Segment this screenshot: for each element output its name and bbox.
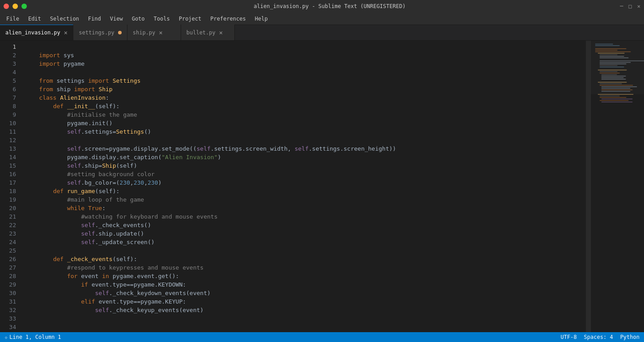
line-number-23: 23 — [0, 229, 16, 238]
code-line-25 — [25, 246, 586, 255]
code-line-15: self.ship=Ship(self) — [25, 161, 586, 170]
code-line-13: self.screen=pygame.display.set_mode((sel… — [25, 144, 586, 153]
menu-item-goto[interactable]: Goto — [127, 14, 149, 24]
main-content: 1234567891011121314151617181920212223242… — [0, 41, 644, 332]
code-line-12 — [25, 136, 586, 144]
code-line-27: #respond to keypresses and mouse events — [25, 263, 586, 272]
menu-item-help[interactable]: Help — [250, 14, 272, 24]
tab-alien[interactable]: alien_invasion.py× — [0, 25, 73, 40]
line-number-5: 5 — [0, 76, 16, 85]
code-line-29: if event.type==pygame.KEYDOWN: — [25, 280, 586, 289]
code-line-35: def _check_keydown_events(self,event): — [25, 331, 586, 332]
line-number-14: 14 — [0, 153, 16, 161]
tab-modified-indicator — [118, 31, 122, 34]
maximize-button[interactable]: □ — [629, 3, 632, 9]
line-number-18: 18 — [0, 187, 16, 195]
svg-rect-32 — [602, 99, 632, 100]
line-number-15: 15 — [0, 161, 16, 170]
menu-item-edit[interactable]: Edit — [24, 14, 46, 24]
minimap[interactable] — [590, 41, 644, 332]
code-line-19: #main loop of the game — [25, 195, 586, 204]
menu-item-find[interactable]: Find — [84, 14, 106, 24]
code-line-7: class AlienInvasion: — [25, 93, 586, 102]
line-number-35: 35 — [0, 331, 16, 332]
code-line-28: for event in pygame.event.get(): — [25, 272, 586, 280]
line-number-7: 7 — [0, 93, 16, 102]
svg-rect-19 — [602, 76, 626, 76]
editor[interactable]: 1234567891011121314151617181920212223242… — [0, 41, 590, 332]
line-number-3: 3 — [0, 59, 16, 68]
line-number-27: 27 — [0, 263, 16, 272]
tab-label: ship.py — [133, 30, 156, 36]
svg-rect-34 — [602, 101, 632, 102]
code-line-2: import sys — [25, 51, 586, 59]
code-line-18: def run_game(self): — [25, 187, 586, 195]
code-line-1 — [25, 42, 586, 51]
code-editor[interactable]: import sys import pygame from settings i… — [21, 41, 586, 332]
code-line-34 — [25, 323, 586, 331]
tab-close-button[interactable]: × — [219, 30, 223, 36]
line-number-12: 12 — [0, 136, 16, 144]
line-number-20: 20 — [0, 204, 16, 212]
line-number-31: 31 — [0, 297, 16, 306]
line-number-32: 32 — [0, 306, 16, 314]
svg-rect-27 — [602, 89, 632, 90]
tab-label: bullet.py — [186, 30, 216, 36]
code-line-23: self.ship.update() — [25, 229, 586, 238]
menu-item-file[interactable]: File — [2, 14, 24, 24]
git-icon: ⬦ — [4, 334, 8, 340]
line-number-10: 10 — [0, 119, 16, 127]
code-line-24: self._update_screen() — [25, 238, 586, 246]
tab-bullet[interactable]: bullet.py× — [181, 25, 235, 40]
code-line-33 — [25, 314, 586, 323]
svg-rect-4 — [595, 50, 618, 51]
svg-rect-25 — [602, 86, 637, 87]
minimize-button[interactable]: ─ — [620, 3, 623, 9]
menu-item-selection[interactable]: Selection — [46, 14, 84, 24]
close-button[interactable]: ✕ — [637, 3, 640, 9]
svg-rect-3 — [595, 48, 626, 49]
menu-item-tools[interactable]: Tools — [149, 14, 174, 24]
svg-rect-9 — [600, 58, 628, 59]
menu-item-project[interactable]: Project — [174, 14, 206, 24]
svg-rect-7 — [600, 55, 618, 55]
svg-rect-1 — [595, 44, 613, 45]
line-number-30: 30 — [0, 289, 16, 297]
menu-item-preferences[interactable]: Preferences — [206, 14, 250, 24]
tab-close-button[interactable]: × — [64, 30, 68, 36]
status-indentation[interactable]: Spaces: 4 — [584, 334, 613, 340]
code-line-22: self._check_events() — [25, 221, 586, 229]
line-number-26: 26 — [0, 255, 16, 263]
status-left: ⬦ Line 1, Column 1 — [4, 334, 61, 340]
svg-rect-18 — [602, 74, 617, 75]
line-number-2: 2 — [0, 51, 16, 59]
line-number-22: 22 — [0, 221, 16, 229]
line-number-33: 33 — [0, 314, 16, 323]
scrollbar[interactable] — [586, 41, 590, 332]
svg-rect-14 — [600, 67, 624, 68]
window-controls[interactable]: ─ □ ✕ — [620, 3, 640, 9]
line-number-11: 11 — [0, 127, 16, 136]
code-line-21: #watching for keyboard and mouse events — [25, 212, 586, 221]
status-encoding[interactable]: UTF-8 — [560, 334, 576, 340]
line-number-1: 1 — [0, 42, 16, 51]
svg-rect-17 — [600, 73, 620, 74]
code-line-17: self.bg_color=(230,230,230) — [25, 178, 586, 187]
line-number-8: 8 — [0, 102, 16, 110]
tab-close-button[interactable]: × — [159, 30, 162, 36]
menu-bar: FileEditSelectionFindViewGotoToolsProjec… — [0, 13, 644, 25]
status-position[interactable]: Line 1, Column 1 — [9, 334, 61, 340]
line-number-6: 6 — [0, 85, 16, 93]
tab-settings[interactable]: settings.py — [73, 25, 127, 40]
menu-item-view[interactable]: View — [106, 14, 127, 24]
minimap-canvas — [591, 41, 644, 332]
tab-ship[interactable]: ship.py× — [127, 25, 181, 40]
code-line-8: def __init__(self): — [25, 102, 586, 110]
status-language[interactable]: Python — [620, 334, 640, 340]
tab-bar: alien_invasion.py×settings.pyship.py×bul… — [0, 25, 644, 41]
code-line-9: #initialise the game — [25, 110, 586, 119]
svg-rect-21 — [602, 79, 626, 80]
code-line-6: from ship import Ship — [25, 85, 586, 93]
line-number-13: 13 — [0, 144, 16, 153]
svg-rect-33 — [600, 100, 628, 101]
